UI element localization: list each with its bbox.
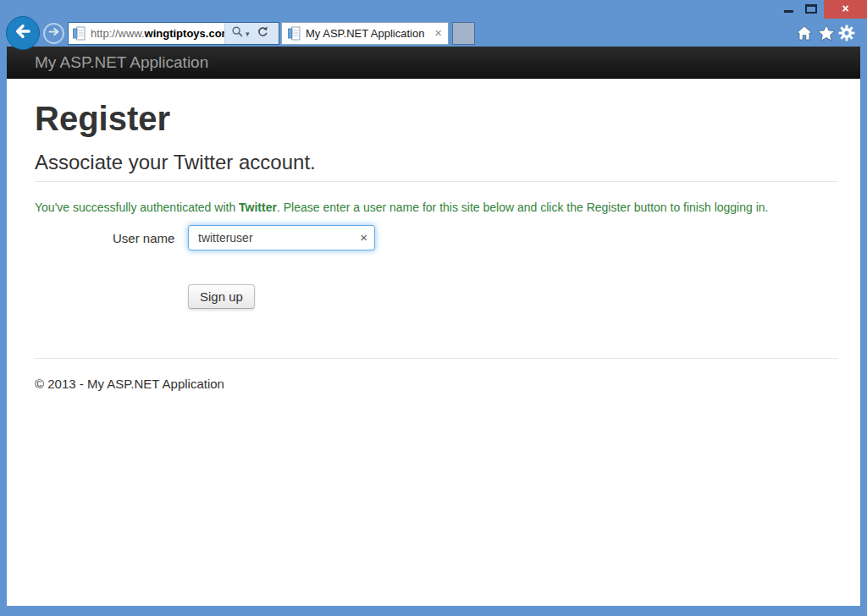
tab-title: My ASP.NET Application [306,23,424,44]
divider [35,181,838,182]
back-button[interactable] [6,16,40,50]
page-subtitle: Associate your Twitter account. [35,151,316,174]
url-scheme: http://www. [91,27,145,40]
username-input[interactable] [188,225,375,250]
minimize-button[interactable] [784,10,793,13]
maximize-button[interactable] [805,4,817,14]
page-title: Register [35,100,170,138]
footer-copyright: © 2013 - My ASP.NET Application [35,377,224,391]
site-title[interactable]: My ASP.NET Application [35,47,208,79]
home-icon[interactable] [796,25,813,44]
address-bar[interactable]: http://www.wingtiptoys.com/ ▾ [68,22,279,45]
close-window-button[interactable]: × [824,0,867,19]
auth-provider-name: Twitter [239,201,277,214]
url-domain: wingtiptoys.com [145,27,232,40]
username-label: User name [113,231,174,245]
forward-arrow-icon [47,25,61,42]
page-doc-icon [73,26,86,44]
clear-input-icon[interactable]: × [360,225,367,250]
auth-success-message: You've successfully authenticated with T… [35,201,768,214]
tab-favicon-icon [288,26,301,44]
back-arrow-icon [11,19,35,47]
page-content: Register Associate your Twitter account.… [7,79,860,606]
divider [35,358,838,359]
favorites-star-icon[interactable] [817,25,836,45]
new-tab-button[interactable] [452,22,475,45]
tab-close-icon[interactable]: × [434,23,442,44]
browser-window: × http://www.wingtiptoys.com/ ▾ [0,0,867,616]
address-bar-tools: ▾ [224,23,279,44]
sign-up-button[interactable]: Sign up [188,284,255,309]
url-text: http://www.wingtiptoys.com/ [91,23,235,44]
search-icon[interactable] [231,25,244,41]
username-field-wrap: × [188,225,375,250]
auth-message-suffix: . Please enter a user name for this site… [277,201,769,214]
search-dropdown-caret-icon[interactable]: ▾ [246,30,250,38]
settings-gear-icon[interactable] [838,25,855,45]
site-navbar: My ASP.NET Application [7,47,860,79]
refresh-icon[interactable] [257,25,268,41]
browser-tab[interactable]: My ASP.NET Application × [281,22,449,45]
forward-button[interactable] [43,23,64,44]
auth-message-prefix: You've successfully authenticated with [35,201,239,214]
